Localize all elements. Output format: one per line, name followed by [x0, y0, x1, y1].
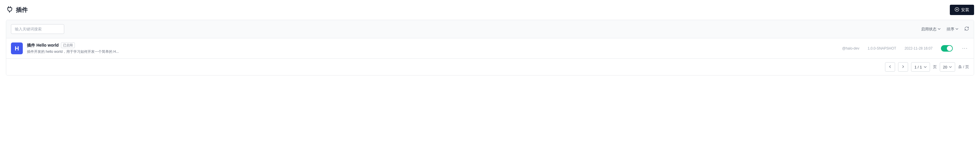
filter-status-label: 启用状态 [921, 27, 937, 32]
plugin-row[interactable]: H 插件 Hello world 已启用 插件开发的 hello world，用… [6, 38, 974, 58]
per-page-label: 条 / 页 [958, 64, 969, 70]
page-indicator-dropdown[interactable]: 1 / 1 [911, 62, 930, 72]
sort-label: 排序 [947, 27, 954, 32]
plugin-description: 插件开发的 hello world，用于学习如何开发一个简单的 H... [27, 49, 842, 54]
more-horizontal-icon: ··· [962, 46, 968, 51]
plugin-more-button[interactable]: ··· [961, 46, 969, 51]
toolbar: 启用状态 排序 [6, 20, 974, 38]
chevron-down-icon [924, 65, 927, 69]
install-button[interactable]: 安装 [950, 5, 974, 15]
filter-status-dropdown[interactable]: 启用状态 [921, 27, 941, 32]
plugin-author: @halo-dev [842, 46, 859, 50]
content-panel: 启用状态 排序 [6, 20, 974, 75]
refresh-icon [964, 27, 969, 32]
next-page-button[interactable] [898, 62, 908, 72]
plugin-version: 1.0.0-SNAPSHOT [867, 46, 896, 50]
chevron-down-icon [938, 27, 941, 31]
chevron-right-icon [901, 64, 905, 69]
chevron-down-icon [955, 27, 958, 31]
sort-dropdown[interactable]: 排序 [947, 27, 958, 32]
install-button-label: 安装 [961, 7, 969, 13]
page-header: 插件 安装 [0, 0, 980, 20]
page-size-dropdown[interactable]: 20 [940, 62, 955, 72]
plugin-status-badge: 已启用 [61, 42, 75, 48]
plugin-enable-toggle[interactable] [941, 45, 953, 52]
plugin-icon [6, 6, 13, 14]
page-title: 插件 [16, 6, 28, 14]
plus-circle-icon [955, 7, 959, 13]
search-input[interactable] [11, 24, 64, 34]
page-indicator-value: 1 / 1 [914, 65, 922, 69]
chevron-left-icon [888, 64, 892, 69]
chevron-down-icon [949, 65, 952, 69]
pagination: 1 / 1 页 20 条 / 页 [6, 58, 974, 75]
page-size-value: 20 [943, 65, 947, 69]
refresh-button[interactable] [964, 26, 969, 32]
plugin-title: 插件 Hello world [27, 43, 59, 48]
prev-page-button[interactable] [885, 62, 895, 72]
page-label: 页 [933, 64, 937, 70]
plugin-timestamp: 2022-11-28 16:07 [905, 46, 933, 50]
plugin-avatar: H [11, 42, 23, 54]
